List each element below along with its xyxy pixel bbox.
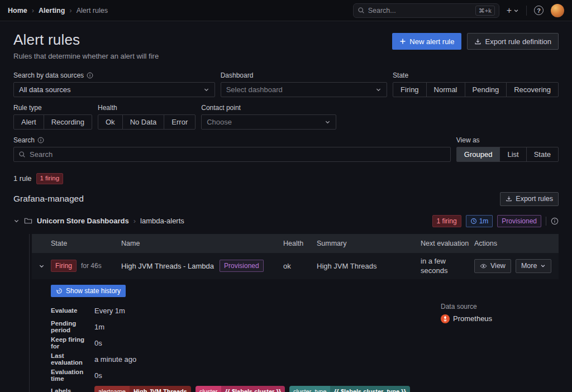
rule-health-cell: ok bbox=[283, 262, 317, 270]
grafana-managed-section: Grafana-managed Export rules bbox=[13, 192, 559, 206]
rule-type-option-recording[interactable]: Recording bbox=[44, 114, 92, 130]
rule-type-filter-label: Rule type bbox=[13, 104, 92, 112]
folder-icon bbox=[24, 217, 32, 225]
rule-name-cell: High JVM Threads - Lambda Provisioned bbox=[121, 260, 283, 272]
info-icon[interactable] bbox=[87, 72, 93, 79]
dashboard-select[interactable]: Select dashboard bbox=[221, 82, 387, 97]
view-as-option-grouped[interactable]: Grouped bbox=[456, 147, 500, 162]
global-search-input[interactable] bbox=[368, 7, 472, 15]
help-icon: ? bbox=[534, 6, 544, 15]
label-pill: cluster {{ $labels.cluster }} bbox=[196, 386, 285, 392]
rules-group-body: State Name Health Summary Next evaluatio… bbox=[29, 234, 559, 392]
rule-state-cell: Firing for 46s bbox=[51, 260, 121, 272]
filters-row-1: Search by data sources All data sources … bbox=[13, 71, 559, 97]
rule-name-link[interactable]: High JVM Threads - Lambda bbox=[121, 262, 214, 270]
view-as-option-state[interactable]: State bbox=[526, 147, 559, 162]
rule-table-row: Firing for 46s High JVM Threads - Lambda… bbox=[32, 253, 559, 279]
rule-type-option-alert[interactable]: Alert bbox=[13, 114, 44, 130]
global-search[interactable]: ⌘+k bbox=[353, 3, 499, 18]
state-option-normal[interactable]: Normal bbox=[426, 82, 465, 97]
health-option-nodata[interactable]: No Data bbox=[122, 114, 165, 130]
health-option-ok[interactable]: Ok bbox=[98, 114, 123, 130]
column-header-summary: Summary bbox=[317, 240, 421, 247]
eye-icon bbox=[480, 262, 487, 270]
folder-provisioned-badge: Provisioned bbox=[497, 215, 541, 227]
column-header-next-evaluation: Next evaluation bbox=[421, 240, 474, 247]
folder-group-row: Unicorn Store Dashboards › lambda-alerts… bbox=[13, 215, 559, 227]
prometheus-icon bbox=[441, 314, 450, 323]
row-expand-chevron-icon[interactable] bbox=[32, 263, 51, 269]
collapse-chevron-icon[interactable] bbox=[13, 218, 20, 224]
state-filter: State Firing Normal Pending Recovering bbox=[393, 71, 559, 97]
breadcrumb-separator-icon: › bbox=[32, 6, 34, 15]
filters-row-2: Rule type Alert Recording Health Ok No D… bbox=[13, 104, 559, 130]
labels-container: alertname High JVM Threads cluster {{ $l… bbox=[94, 386, 410, 392]
dashboard-filter-label: Dashboard bbox=[221, 71, 387, 79]
detail-row-keep-firing-for: Keep firing for 0s bbox=[51, 335, 559, 351]
datasource-select[interactable]: All data sources bbox=[13, 82, 215, 97]
contact-point-select[interactable]: Choose bbox=[201, 114, 336, 130]
firing-count-badge: 1 firing bbox=[36, 173, 64, 184]
breadcrumb-alerting[interactable]: Alerting bbox=[39, 7, 65, 15]
badge-divider bbox=[546, 217, 546, 226]
view-as-label: View as bbox=[456, 136, 559, 144]
state-option-firing[interactable]: Firing bbox=[393, 82, 427, 97]
folder-name-link[interactable]: Unicorn Store Dashboards bbox=[37, 217, 129, 225]
search-icon bbox=[18, 151, 26, 158]
more-actions-button[interactable]: More bbox=[516, 259, 551, 273]
view-rule-button[interactable]: View bbox=[474, 259, 511, 273]
column-header-state: State bbox=[51, 240, 121, 247]
add-menu-button[interactable]: + bbox=[505, 4, 521, 17]
info-icon[interactable] bbox=[37, 137, 44, 144]
datasource-label: Data source bbox=[441, 303, 492, 310]
health-radio-group: Ok No Data Error bbox=[98, 114, 196, 130]
rule-search-input[interactable] bbox=[30, 150, 446, 159]
chevron-down-icon bbox=[375, 87, 382, 93]
datasource-value: Prometheus bbox=[441, 314, 492, 323]
export-rule-definition-button[interactable]: Export rule definition bbox=[467, 33, 559, 50]
state-filter-label: State bbox=[393, 71, 559, 79]
health-option-error[interactable]: Error bbox=[164, 114, 196, 130]
info-icon[interactable] bbox=[551, 217, 559, 225]
user-avatar[interactable] bbox=[551, 4, 564, 17]
state-radio-group: Firing Normal Pending Recovering bbox=[393, 82, 559, 97]
label-pill: cluster_type {{ $labels.cluster_type }} bbox=[289, 386, 410, 392]
results-summary: 1 rule 1 firing bbox=[13, 173, 559, 184]
plus-icon: + bbox=[507, 6, 512, 15]
chevron-down-icon bbox=[203, 87, 209, 93]
rule-summary-cell: High JVM Threads bbox=[317, 262, 421, 270]
folder-badges: 1 firing 1m Provisioned bbox=[432, 215, 559, 227]
health-filter-label: Health bbox=[98, 104, 196, 112]
section-title: Grafana-managed bbox=[13, 194, 84, 204]
column-header-actions: Actions bbox=[474, 240, 559, 247]
rule-provisioned-badge: Provisioned bbox=[220, 260, 264, 272]
column-header-name: Name bbox=[121, 240, 283, 247]
history-icon bbox=[56, 288, 63, 294]
chevron-down-icon bbox=[325, 119, 331, 125]
chevron-down-icon bbox=[513, 8, 519, 13]
download-icon bbox=[506, 195, 512, 202]
state-option-recovering[interactable]: Recovering bbox=[506, 82, 559, 97]
detail-row-evaluation-time: Evaluation time 0s bbox=[51, 367, 559, 384]
dashboard-filter: Dashboard Select dashboard bbox=[221, 71, 387, 97]
main-content: Alert rules Rules that determine whether… bbox=[0, 21, 572, 392]
breadcrumb: Home › Alerting › Alert rules bbox=[8, 6, 108, 15]
evaluation-group-link[interactable]: lambda-alerts bbox=[140, 217, 184, 225]
header-actions: New alert rule Export rule definition bbox=[392, 33, 559, 50]
export-rules-button[interactable]: Export rules bbox=[500, 192, 559, 206]
new-alert-rule-button[interactable]: New alert rule bbox=[392, 33, 461, 50]
datasource-name: Prometheus bbox=[453, 314, 492, 323]
datasource-filter-label: Search by data sources bbox=[13, 71, 215, 79]
view-as-option-list[interactable]: List bbox=[499, 147, 526, 162]
state-option-pending[interactable]: Pending bbox=[465, 82, 507, 97]
breadcrumb-home[interactable]: Home bbox=[8, 7, 27, 15]
folder-breadcrumb: Unicorn Store Dashboards › lambda-alerts bbox=[13, 217, 184, 225]
nav-right: ⌘+k + ? bbox=[353, 3, 564, 18]
chevron-down-icon bbox=[540, 263, 546, 269]
contact-point-filter: Contact point Choose bbox=[201, 104, 336, 130]
show-state-history-button[interactable]: Show state history bbox=[51, 285, 126, 297]
view-as-radio-group: Grouped List State bbox=[456, 147, 559, 162]
help-button[interactable]: ? bbox=[532, 4, 545, 17]
search-icon bbox=[358, 7, 365, 14]
rule-actions-cell: View More bbox=[474, 259, 559, 273]
